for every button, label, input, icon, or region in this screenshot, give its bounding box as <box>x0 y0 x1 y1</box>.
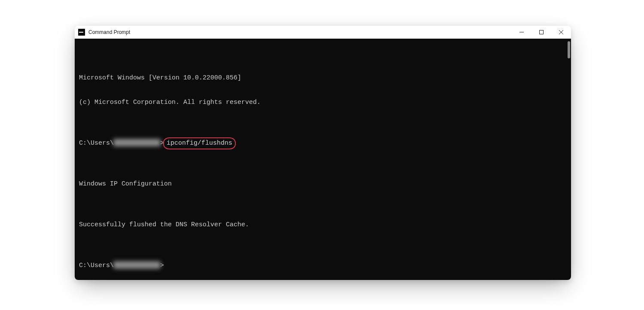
titlebar[interactable]: Command Prompt <box>75 26 571 39</box>
close-button[interactable] <box>551 26 571 39</box>
scrollbar-thumb[interactable] <box>568 41 570 58</box>
prompt-path: C:\Users\ <box>79 140 114 147</box>
entered-command: ipconfig/flushdns <box>167 140 232 147</box>
terminal-prompt-line: C:\Users\████████████>ipconfig/flushdns <box>79 139 567 147</box>
terminal-line: (c) Microsoft Corporation. All rights re… <box>79 98 567 106</box>
command-prompt-window: Command Prompt Microsoft Windows [Versio… <box>75 26 571 280</box>
maximize-button[interactable] <box>532 26 551 39</box>
command-highlight-annotation: ipconfig/flushdns <box>164 139 235 147</box>
redacted-username: ████████████ <box>114 261 160 270</box>
terminal-area[interactable]: Microsoft Windows [Version 10.0.22000.85… <box>75 39 571 280</box>
prompt-path: C:\Users\ <box>79 262 114 269</box>
redacted-username: ████████████ <box>114 139 160 147</box>
terminal-line: Microsoft Windows [Version 10.0.22000.85… <box>79 74 567 82</box>
terminal-prompt-line: C:\Users\████████████> <box>79 261 567 270</box>
window-title: Command Prompt <box>88 29 130 35</box>
window-controls <box>512 26 571 39</box>
cmd-icon <box>78 29 85 36</box>
terminal-line: Successfully flushed the DNS Resolver Ca… <box>79 221 567 229</box>
prompt-sep: > <box>160 262 164 269</box>
minimize-button[interactable] <box>512 26 532 39</box>
terminal-line: Windows IP Configuration <box>79 180 567 188</box>
svg-rect-0 <box>540 30 544 34</box>
prompt-sep: > <box>160 140 164 147</box>
